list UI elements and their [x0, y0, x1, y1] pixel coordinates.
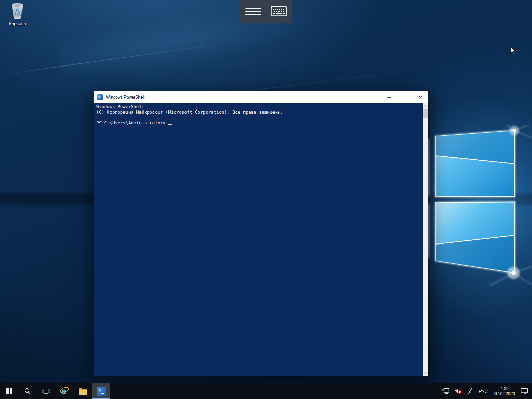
console-line: Windows PowerShell: [96, 104, 426, 109]
task-view-button[interactable]: [37, 383, 55, 399]
keyboard-icon: [271, 6, 287, 16]
console-cursor: [168, 124, 172, 125]
powershell-icon: >: [97, 387, 106, 396]
svg-text:e: e: [61, 387, 66, 396]
volume-muted-icon: [455, 388, 462, 394]
mouse-cursor: [510, 47, 516, 55]
window-titlebar[interactable]: > Windows PowerShell: [94, 91, 428, 103]
network-icon: [442, 388, 450, 394]
recycle-bin-icon: [10, 2, 25, 20]
pen-icon: [467, 388, 473, 394]
volume-tray-button[interactable]: [452, 383, 464, 399]
hamburger-menu-icon: [245, 6, 261, 16]
scrollbar-thumb[interactable]: [423, 109, 428, 118]
desktop: Корзина >: [0, 0, 532, 399]
close-button[interactable]: [413, 91, 428, 103]
language-indicator[interactable]: РУС: [475, 389, 491, 394]
search-button[interactable]: [18, 383, 37, 399]
search-icon: [24, 388, 31, 395]
scrollbar-down-icon[interactable]: [424, 370, 427, 374]
close-icon: [418, 95, 423, 99]
toolbar-keyboard-button[interactable]: [266, 0, 292, 23]
console-line: (C) Корпорация Майкрософт (Microsoft Cor…: [96, 109, 426, 115]
powershell-window: > Windows PowerShell Windows PowerShell …: [94, 91, 428, 376]
scrollbar-up-icon[interactable]: [424, 105, 427, 108]
file-explorer-icon: [78, 387, 87, 395]
console-scrollbar[interactable]: [423, 103, 428, 376]
minimize-button[interactable]: [381, 91, 397, 103]
file-explorer-button[interactable]: [74, 383, 92, 399]
task-view-icon: [42, 388, 50, 394]
internet-explorer-icon: e: [60, 386, 69, 396]
vm-console-toolbar: [240, 0, 292, 23]
console-output[interactable]: Windows PowerShell (C) Корпорация Майкро…: [94, 103, 428, 376]
action-center-button[interactable]: [518, 383, 531, 399]
action-center-icon: [521, 388, 528, 394]
recycle-bin[interactable]: Корзина: [3, 2, 32, 26]
window-title: Windows PowerShell: [106, 95, 381, 100]
start-button[interactable]: [0, 383, 18, 399]
console-prompt-line: PS C:\Users\Administrator>: [96, 120, 426, 126]
clock-date: 07.02.2020: [494, 391, 515, 396]
recycle-bin-label: Корзина: [9, 21, 26, 26]
maximize-button[interactable]: [397, 91, 413, 103]
clock-time: 1:39: [501, 386, 508, 391]
internet-explorer-button[interactable]: e: [55, 383, 74, 399]
powershell-taskbar-button[interactable]: >: [92, 383, 110, 399]
toolbar-menu-button[interactable]: [240, 0, 266, 23]
wallpaper-windows-logo: [423, 125, 532, 286]
system-tray: РУС 1:39 07.02.2020: [440, 383, 531, 399]
taskbar-clock[interactable]: 1:39 07.02.2020: [491, 386, 518, 396]
pen-tray-button[interactable]: [464, 383, 475, 399]
console-line: [96, 115, 426, 120]
windows-start-icon: [6, 388, 12, 394]
taskbar: e >: [0, 383, 532, 399]
powershell-window-icon: >: [97, 94, 103, 100]
network-tray-button[interactable]: [440, 383, 452, 399]
console-prompt: PS C:\Users\Administrator>: [96, 120, 166, 126]
